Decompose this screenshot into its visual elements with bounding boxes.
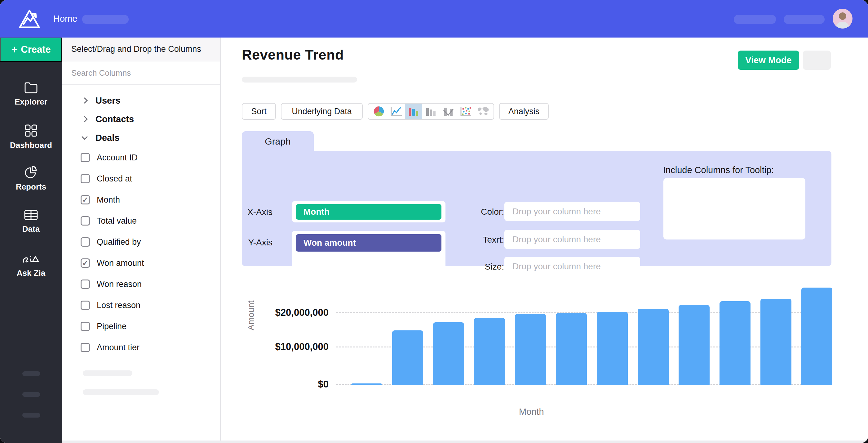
sidebar-item-reports[interactable]: Reports [0, 165, 62, 192]
chart-x-axis-title: Month [519, 407, 544, 417]
bar-month-2[interactable] [392, 330, 423, 385]
checkbox-icon[interactable] [81, 216, 90, 226]
bar-month-5[interactable] [515, 314, 546, 385]
create-button[interactable]: + Create [0, 37, 62, 62]
y-axis-dropzone[interactable]: Won amount [292, 231, 445, 284]
tree-parent-label: Contacts [95, 114, 134, 124]
checkbox-icon[interactable] [81, 279, 90, 289]
nav-home-link[interactable]: Home [53, 13, 77, 24]
tree-parent-users[interactable]: Users [62, 93, 220, 108]
underlying-data-button[interactable]: Underlying Data [281, 103, 363, 120]
bar-month-3[interactable] [433, 322, 464, 385]
text-dropzone[interactable]: Drop your column here [504, 230, 640, 249]
tree-item-account-id[interactable]: Account ID [62, 150, 220, 165]
checkbox-icon[interactable] [81, 322, 90, 331]
tree-parent-label: Deals [95, 133, 119, 143]
tree-item-label: Total value [97, 216, 137, 226]
topbar-skeleton [784, 15, 825, 24]
topbar-skeleton [82, 15, 129, 24]
checkbox-icon[interactable] [81, 343, 90, 352]
tree-item-won-reason[interactable]: Won reason [62, 277, 220, 291]
tree-item-lost-reason[interactable]: Lost reason [62, 298, 220, 313]
bar-month-6[interactable] [556, 313, 587, 385]
bar-month-7[interactable] [597, 312, 628, 385]
user-avatar[interactable] [833, 9, 852, 29]
top-bar: Home [0, 0, 868, 37]
sidebar-item-dashboard[interactable]: Dashboard [0, 124, 62, 150]
size-dropzone-placeholder: Drop your column here [513, 262, 601, 271]
combo-chart-icon[interactable] [440, 104, 457, 119]
search-columns-input[interactable] [71, 68, 202, 78]
column-chart-icon[interactable] [422, 104, 440, 119]
tree-item-total-value[interactable]: Total value [62, 214, 220, 228]
checkbox-icon[interactable] [81, 174, 90, 183]
graph-config-panel: X-Axis Month Y-Axis Won amount Color: Dr… [242, 151, 831, 266]
sidebar-skeleton [22, 392, 40, 397]
bar-month-10[interactable] [719, 301, 750, 385]
checkbox-checked-icon[interactable]: ✓ [81, 258, 90, 268]
chevron-down-icon[interactable] [82, 134, 88, 140]
x-axis-label: X-Axis [246, 207, 273, 217]
left-sidebar: + Create Explorer Dashboard Reports [0, 37, 62, 443]
tree-item-label: Pipeline [97, 322, 126, 331]
view-mode-button[interactable]: View Mode [738, 51, 799, 70]
line-chart-icon[interactable] [388, 104, 405, 119]
x-axis-dropzone[interactable]: Month [292, 201, 445, 223]
checkbox-checked-icon[interactable]: ✓ [81, 195, 90, 204]
checkbox-icon[interactable] [81, 153, 90, 162]
bar-month-4[interactable] [474, 318, 505, 385]
tree-item-label: Qualified by [97, 237, 141, 247]
bar-month-9[interactable] [679, 305, 710, 385]
folder-icon [24, 82, 38, 94]
tree-item-label: Won amount [97, 258, 144, 268]
tree-parent-contacts[interactable]: Contacts [62, 112, 220, 126]
topbar-skeleton [734, 15, 776, 24]
tree-item-month[interactable]: ✓Month [62, 193, 220, 207]
analytics-logo-icon[interactable] [18, 7, 41, 31]
plus-icon: + [11, 43, 18, 56]
scatter-chart-icon[interactable] [457, 104, 474, 119]
y-axis-chip-won-amount[interactable]: Won amount [296, 234, 441, 252]
main-content: Revenue Trend View Mode Sort Underlying … [221, 37, 868, 441]
size-dropzone[interactable]: Drop your column here [504, 257, 640, 276]
x-axis-chip-month[interactable]: Month [296, 204, 441, 219]
tree-item-label: Closed at [97, 174, 132, 184]
table-icon [24, 209, 38, 221]
size-dropzone-label: Size: [464, 262, 504, 272]
bar-chart-plot [336, 279, 832, 385]
tree-item-closed-at[interactable]: Closed at [62, 172, 220, 186]
columns-panel: Select/Drag and Drop the Columns UsersCo… [62, 37, 221, 441]
bar-month-12[interactable] [801, 288, 832, 385]
tree-item-pipeline[interactable]: Pipeline [62, 319, 220, 333]
checkbox-icon[interactable] [81, 301, 90, 310]
tree-item-amount-tier[interactable]: Amount tier [62, 340, 220, 355]
tree-item-won-amount[interactable]: ✓Won amount [62, 256, 220, 270]
sidebar-item-explorer[interactable]: Explorer [0, 82, 62, 107]
pie-chart-icon[interactable] [370, 104, 388, 119]
placeholder-button[interactable] [803, 51, 831, 70]
tooltip-columns-dropzone[interactable] [663, 178, 805, 239]
sort-button[interactable]: Sort [242, 103, 276, 120]
sidebar-item-ask-zia[interactable]: Ask Zia [0, 253, 62, 278]
y-tick-label: $20,000,000 [248, 307, 329, 318]
sidebar-skeleton [22, 413, 40, 418]
color-dropzone-placeholder: Drop your column here [513, 207, 601, 216]
map-chart-icon[interactable] [474, 104, 492, 119]
bar-chart-icon[interactable] [405, 104, 422, 119]
sidebar-item-data[interactable]: Data [0, 209, 62, 234]
tab-graph[interactable]: Graph [242, 131, 314, 152]
bar-month-1[interactable] [351, 383, 382, 385]
analysis-button[interactable]: Analysis [499, 103, 549, 120]
chevron-right-icon[interactable] [82, 97, 88, 104]
checkbox-icon[interactable] [81, 237, 90, 247]
chevron-right-icon[interactable] [82, 116, 88, 122]
y-axis-label: Y-Axis [246, 238, 273, 247]
bar-month-8[interactable] [638, 309, 669, 385]
tree-item-label: Account ID [97, 153, 137, 163]
tree-parent-deals[interactable]: Deals [62, 130, 220, 145]
zia-icon [22, 253, 40, 265]
y-tick-label: $0 [248, 379, 329, 390]
color-dropzone[interactable]: Drop your column here [504, 202, 640, 221]
tree-item-qualified-by[interactable]: Qualified by [62, 235, 220, 249]
bar-month-11[interactable] [761, 299, 792, 385]
